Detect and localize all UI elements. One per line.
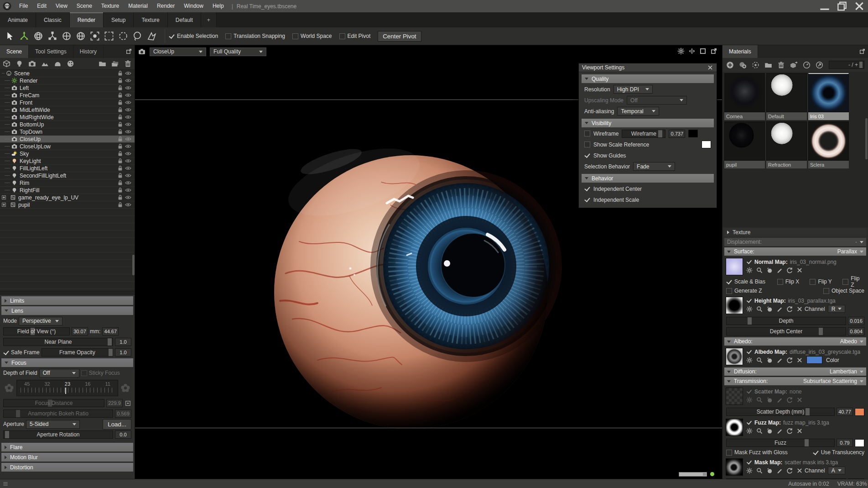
eye-icon[interactable] xyxy=(125,180,131,186)
normal-map-thumbnail[interactable] xyxy=(726,258,743,275)
material-sclera[interactable]: Sclera xyxy=(808,121,849,168)
depth-slider[interactable]: Depth xyxy=(726,317,846,325)
settings-icon[interactable] xyxy=(746,306,753,312)
search-icon[interactable] xyxy=(756,428,763,434)
lock-icon[interactable] xyxy=(118,202,123,208)
lock-icon[interactable] xyxy=(118,151,123,157)
menu-window[interactable]: Window xyxy=(180,0,208,12)
near-plane-value[interactable]: 1.0 xyxy=(115,338,131,346)
height-map-thumbnail[interactable] xyxy=(726,297,743,314)
tab-tool-settings[interactable]: Tool Settings xyxy=(29,45,73,58)
tree-item-front[interactable]: Front xyxy=(0,99,135,106)
status-menu-icon[interactable] xyxy=(2,481,9,487)
maximize-view-icon[interactable] xyxy=(699,47,707,55)
eye-icon[interactable] xyxy=(125,165,131,171)
eye-icon[interactable] xyxy=(125,194,131,200)
albedo-map-checkbox[interactable] xyxy=(747,349,752,355)
enable-selection-checkbox[interactable] xyxy=(169,33,175,39)
panel-popout-icon[interactable] xyxy=(859,48,866,55)
diffusion-mode-value[interactable]: Lambertian xyxy=(830,368,857,375)
menu-file[interactable]: File xyxy=(15,0,32,12)
lock-icon[interactable] xyxy=(118,194,123,200)
preview-sphere-icon[interactable] xyxy=(766,428,773,434)
flip-x-checkbox[interactable] xyxy=(777,279,783,285)
flip-y-checkbox[interactable] xyxy=(810,279,816,285)
reload-icon[interactable] xyxy=(786,467,793,474)
settings-icon[interactable] xyxy=(746,267,753,273)
albedo-mode-value[interactable]: Albedo xyxy=(840,338,857,345)
height-channel-dropdown[interactable]: R xyxy=(828,305,846,313)
focus-pick-icon[interactable] xyxy=(125,400,131,407)
section-texture[interactable]: Texture xyxy=(724,228,866,236)
selection-behavior-dropdown[interactable]: Fade xyxy=(633,162,675,171)
edit-icon[interactable] xyxy=(776,467,783,474)
panel-splitter[interactable] xyxy=(0,291,135,295)
delete-icon[interactable] xyxy=(777,61,785,69)
resolution-dropdown[interactable]: High DPI xyxy=(613,85,653,94)
lock-icon[interactable] xyxy=(118,121,123,127)
fuzz-value[interactable]: 0.79 xyxy=(837,439,853,447)
menu-texture[interactable]: Texture xyxy=(97,0,123,12)
tree-item-secondfilllightleft[interactable]: SecondFillLightLeft xyxy=(0,172,135,179)
material-thumbnail[interactable] xyxy=(808,121,849,161)
tree-item-closeup[interactable]: CloseUp xyxy=(0,136,135,143)
dialog-section-behavior[interactable]: Behavior xyxy=(582,174,714,183)
material-iris-03[interactable]: Iris 03 xyxy=(808,73,849,120)
search-icon[interactable] xyxy=(756,267,763,273)
section-limits[interactable]: Limits xyxy=(1,296,133,305)
world-space-checkbox[interactable] xyxy=(292,33,298,39)
tree-item-filllightleft[interactable]: FillLightLeft xyxy=(0,165,135,172)
material-thumbnail[interactable] xyxy=(766,121,807,161)
scale-bias-toggle[interactable]: Scale & Bias xyxy=(726,278,777,285)
lock-icon[interactable] xyxy=(118,78,123,84)
split-view-icon[interactable] xyxy=(688,47,696,55)
scale-reference-checkbox[interactable] xyxy=(584,142,590,147)
lock-icon[interactable] xyxy=(118,158,123,164)
surface-mode-value[interactable]: Parallax xyxy=(837,248,857,255)
scatter-color-swatch[interactable] xyxy=(855,408,864,416)
group-icon[interactable] xyxy=(111,60,119,68)
eye-icon[interactable] xyxy=(125,107,131,113)
reload-icon[interactable] xyxy=(786,306,793,312)
translation-snapping-checkbox[interactable] xyxy=(225,33,231,39)
tab-classic[interactable]: Classic xyxy=(36,12,70,27)
eye-icon[interactable] xyxy=(125,158,131,164)
tab-history[interactable]: History xyxy=(73,45,104,58)
eye-icon[interactable] xyxy=(125,121,131,127)
window-restore-icon[interactable] xyxy=(833,0,851,12)
menu-scene[interactable]: Scene xyxy=(73,0,96,12)
aperture-rotation-slider[interactable]: Aperture Rotation xyxy=(3,430,113,439)
generate-z-checkbox[interactable] xyxy=(726,288,732,294)
mode-dropdown[interactable]: Perspective xyxy=(19,317,62,325)
fov-slider[interactable]: Field of View (°) xyxy=(3,327,70,336)
material-thumbnail[interactable] xyxy=(724,73,765,112)
filter-spinner-handle[interactable] xyxy=(859,62,863,68)
tab-materials[interactable]: Materials xyxy=(722,45,758,58)
folder-icon[interactable] xyxy=(99,60,106,68)
section-motion-blur[interactable]: Motion Blur xyxy=(1,453,133,462)
section-transmission[interactable]: Transmission: Subsurface Scattering xyxy=(724,377,866,385)
section-surface[interactable]: Surface: Parallax xyxy=(724,247,866,256)
fuzz-map-checkbox[interactable] xyxy=(747,420,752,425)
add-terrain-icon[interactable] xyxy=(41,60,49,68)
lock-icon[interactable] xyxy=(118,143,123,149)
preview-sphere-icon[interactable] xyxy=(766,306,773,312)
lock-icon[interactable] xyxy=(118,129,123,135)
material-thumbnail[interactable] xyxy=(724,121,765,161)
independent-scale-checkbox[interactable] xyxy=(584,197,590,203)
section-albedo[interactable]: Albedo: Albedo xyxy=(724,337,866,346)
tree-item-rim[interactable]: Rim xyxy=(0,179,135,187)
transform-icon[interactable] xyxy=(60,30,73,42)
dialog-section-quality[interactable]: Quality xyxy=(582,74,714,83)
material-refraction[interactable]: Refraction xyxy=(766,121,807,168)
lock-icon[interactable] xyxy=(118,114,123,120)
fuzz-color-swatch[interactable] xyxy=(855,439,864,447)
lock-icon[interactable] xyxy=(118,100,123,105)
fuzz-map-thumbnail[interactable] xyxy=(726,419,743,436)
add-light-icon[interactable] xyxy=(16,60,23,68)
tab-add[interactable]: + xyxy=(201,12,217,27)
height-map-checkbox[interactable] xyxy=(747,298,752,304)
scatter-map-thumbnail[interactable] xyxy=(726,388,743,405)
tree-item-midrightwide[interactable]: MidRightWide xyxy=(0,114,135,121)
material-default[interactable]: Default xyxy=(766,73,807,120)
